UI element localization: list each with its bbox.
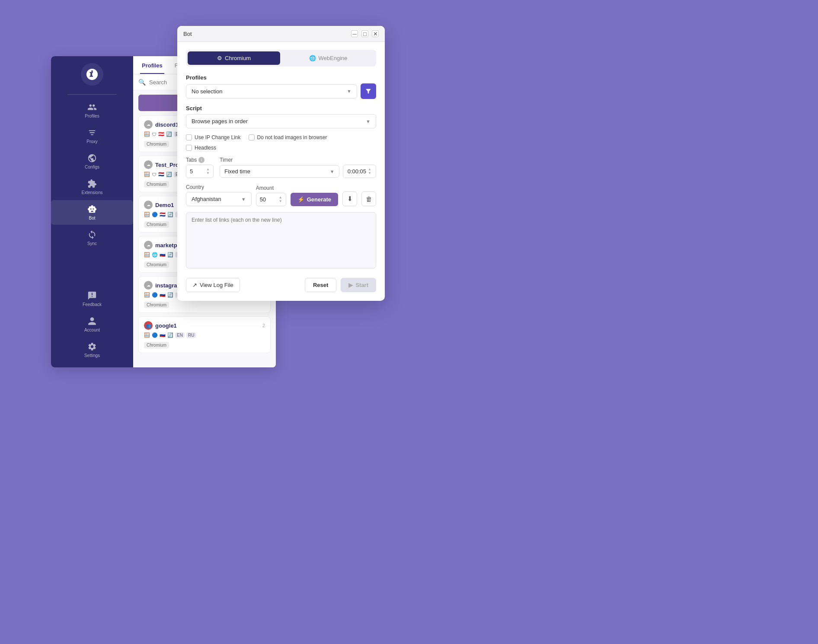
sidebar-label-feedback: Feedback [83,302,102,307]
sidebar-item-settings[interactable]: Settings [51,338,133,362]
app-logo [81,63,103,86]
profile-item[interactable]: 👥 google1 2 🪟 🔵 🇷🇺 🔄 EN RU Chromium [138,316,271,353]
do-not-load-images-label: Do not load images in browser [257,134,327,140]
timer-value-input[interactable]: 0:00:05 ▲ ▼ [343,165,376,178]
os-icon: 🪟 [144,292,150,298]
sidebar-item-account[interactable]: Account [51,312,133,337]
view-log-button[interactable]: ↗ View Log File [186,278,240,292]
flag-icon: 🇳🇱 [158,172,164,177]
country-group: Country Afghanistan ▼ [186,184,252,206]
headless-checkbox[interactable]: Headless [186,145,216,151]
country-label: Country [186,184,252,190]
browser-badge: Chromium [144,181,169,188]
sidebar-item-sync[interactable]: Sync [51,226,133,250]
close-button[interactable]: ✕ [372,30,379,37]
timer-field-label: Timer [220,157,376,163]
minimize-button[interactable]: ─ [351,30,358,37]
reset-button[interactable]: Reset [305,278,336,292]
modal-body: ⚙ Chromium 🌐 WebEngine Profiles No selec… [177,42,385,301]
lang-badge-ru: RU [186,332,196,338]
profiles-section-label: Profiles [186,74,376,81]
amount-label: Amount [256,185,286,191]
tabs-value: 5 [190,168,193,175]
sidebar-label-proxy: Proxy [86,139,98,144]
sidebar-label-configs: Configs [85,165,99,169]
profiles-dropdown[interactable]: No selection ▼ [186,84,357,99]
timer-label: Timer [220,157,233,163]
browser-tab-chromium[interactable]: ⚙ Chromium [188,51,280,65]
headless-row: Headless [186,145,376,151]
use-ip-change-label: Use IP Change Link [195,134,241,140]
flag-icon: 🇳🇱 [160,212,166,217]
browser-badge: Chromium [144,261,169,268]
timer-row: Fixed time ▼ 0:00:05 ▲ ▼ [220,165,376,178]
up-arrow[interactable]: ▲ [368,168,371,171]
sidebar-item-configs[interactable]: Configs [51,149,133,174]
browser-badge: Chromium [144,302,169,308]
start-button[interactable]: ▶ Start [341,278,376,292]
country-value: Afghanistan [192,196,221,202]
tab-profiles[interactable]: Profiles [140,56,164,74]
script-value: Browse pages in order [192,118,248,124]
amount-group: Amount 50 ▲ ▼ [256,185,286,206]
avatar: ☁ [144,120,153,129]
down-arrow[interactable]: ▼ [206,172,210,175]
sidebar-item-feedback[interactable]: Feedback [51,287,133,311]
chevron-down-icon: ▼ [241,197,246,202]
sidebar: Profiles Proxy Configs Extensions Bot Sy… [51,56,133,367]
up-arrow[interactable]: ▲ [279,196,282,199]
delete-button[interactable]: 🗑 [361,191,376,206]
timer-mode-dropdown[interactable]: Fixed time ▼ [220,165,339,178]
down-arrow[interactable]: ▼ [368,172,371,175]
modal-title: Bot [183,31,192,37]
country-dropdown[interactable]: Afghanistan ▼ [186,192,252,206]
chevron-down-icon: ▼ [366,119,371,124]
timer-field-group: Timer Fixed time ▼ 0:00:05 ▲ ▼ [220,157,376,178]
sidebar-label-settings: Settings [84,353,100,358]
down-arrow[interactable]: ▼ [279,200,282,203]
bot-modal: Bot ─ □ ✕ ⚙ Chromium 🌐 WebEngine Profile… [177,26,385,301]
os-icon: 🪟 [144,332,150,338]
tabs-timer-row: Tabs i 5 ▲ ▼ Timer Fixed time [186,157,376,178]
sync-icon: 🔄 [166,172,172,177]
timer-spinner[interactable]: ▲ ▼ [368,168,371,175]
generate-button[interactable]: ⚡ Generate [291,193,338,206]
search-icon: 🔍 [138,79,146,86]
avatar: ☁ [144,281,153,290]
use-ip-change-checkbox[interactable]: Use IP Change Link [186,134,241,140]
tabs-field-group: Tabs i 5 ▲ ▼ [186,157,214,178]
amount-spinner[interactable]: ▲ ▼ [279,196,282,203]
browser-badge: Chromium [144,221,169,228]
amount-input[interactable]: 50 ▲ ▼ [256,193,286,206]
download-button[interactable]: ⬇ [342,191,357,206]
play-icon: ▶ [348,282,353,288]
modal-win-controls: ─ □ ✕ [351,30,379,37]
tabs-spinner[interactable]: ▲ ▼ [206,168,210,175]
sidebar-item-extensions[interactable]: Extensions [51,175,133,199]
country-label-text: Country [186,184,204,190]
footer-right: Reset ▶ Start [305,278,376,292]
flag-icon: 🇷🇺 [160,252,166,258]
browser-tab-webengine[interactable]: 🌐 WebEngine [282,51,374,65]
checkbox-box [249,134,255,140]
external-link-icon: ↗ [192,282,197,288]
sidebar-label-bot: Bot [89,216,95,220]
tabs-number-input: 5 ▲ ▼ [186,165,214,178]
sidebar-item-bot[interactable]: Bot [51,200,133,225]
up-arrow[interactable]: ▲ [206,168,210,171]
script-dropdown[interactable]: Browse pages in order ▼ [186,114,376,128]
maximize-button[interactable]: □ [361,30,368,37]
modal-titlebar: Bot ─ □ ✕ [177,26,385,42]
script-section-label: Script [186,105,376,112]
checkbox-box [186,134,192,140]
shield-icon: 🛡 [152,172,157,177]
profile-num: 2 [262,323,265,328]
browser-icon: 🔵 [152,292,158,298]
do-not-load-images-checkbox[interactable]: Do not load images in browser [249,134,327,140]
chevron-down-icon: ▼ [330,169,335,174]
links-textarea[interactable] [186,212,376,268]
tabs-field-label: Tabs i [186,157,214,163]
sidebar-item-profiles[interactable]: Profiles [51,98,133,123]
filter-button[interactable] [361,83,376,99]
sidebar-item-proxy[interactable]: Proxy [51,124,133,148]
